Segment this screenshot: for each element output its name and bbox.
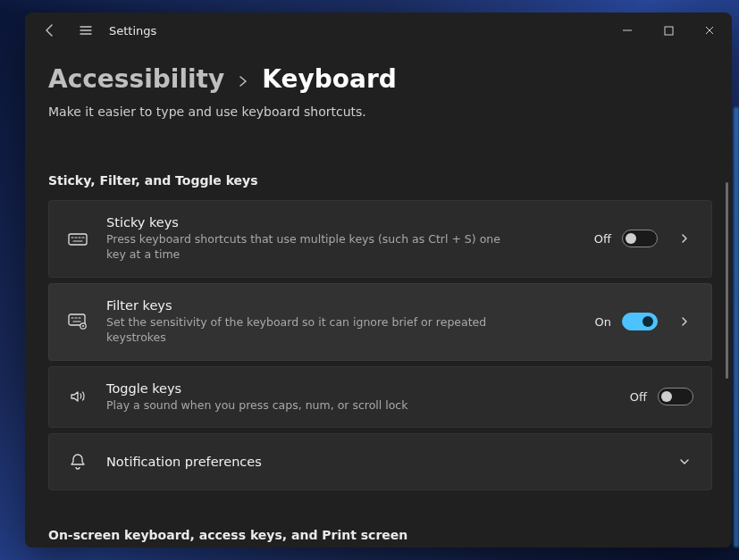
sticky-keys-state: Off [594,232,611,246]
app-title: Settings [109,24,156,38]
bell-icon [67,453,88,471]
filter-keys-desc: Set the sensitivity of the keyboard so i… [106,315,517,346]
window-controls [607,14,730,46]
sticky-keys-desc: Press keyboard shortcuts that use multip… [106,232,517,263]
expand-notif-icon[interactable] [676,456,693,467]
expand-sticky-icon[interactable] [676,233,693,244]
toggle-keys-toggle[interactable] [658,388,693,405]
keyboard-gear-icon [67,313,88,330]
toggle-keys-desc: Play a sound when you press caps, num, o… [106,398,517,414]
chevron-right-icon [237,75,249,88]
maximize-button[interactable] [648,14,689,46]
filter-keys-toggle[interactable] [622,313,658,330]
toggle-keys-title: Toggle keys [106,381,612,396]
sticky-keys-toggle[interactable] [622,230,658,247]
toggle-keys-row[interactable]: Toggle keys Play a sound when you press … [48,366,712,429]
notification-prefs-title: Notification preferences [106,455,658,469]
scrollbar-thumb[interactable] [726,182,728,379]
breadcrumb: Accessibility Keyboard [48,64,709,94]
close-button[interactable] [689,14,730,46]
page-title: Keyboard [262,64,396,94]
expand-filter-icon[interactable] [676,316,693,327]
titlebar: Settings [25,13,732,48]
filter-keys-title: Filter keys [106,298,577,313]
sticky-keys-title: Sticky keys [106,215,576,230]
breadcrumb-parent[interactable]: Accessibility [48,64,224,94]
section-heading-osk: On-screen keyboard, access keys, and Pri… [48,528,712,542]
toggle-keys-state: Off [630,390,647,404]
svg-point-4 [82,325,84,327]
settings-list[interactable]: Sticky, Filter, and Toggle keys Sticky k… [48,166,712,547]
section-heading-keys: Sticky, Filter, and Toggle keys [48,173,712,188]
svg-rect-0 [665,27,673,35]
filter-keys-state: On [595,315,611,329]
content-area: Accessibility Keyboard Make it easier to… [25,48,732,547]
sticky-keys-row[interactable]: Sticky keys Press keyboard shortcuts tha… [48,200,712,278]
sound-icon [67,389,88,405]
svg-rect-1 [69,234,87,245]
minimize-button[interactable] [607,14,648,46]
back-button[interactable] [32,13,68,48]
nav-menu-button[interactable] [68,13,104,48]
notification-prefs-row[interactable]: Notification preferences [48,433,712,490]
filter-keys-row[interactable]: Filter keys Set the sensitivity of the k… [48,283,712,361]
keyboard-icon [67,230,88,247]
settings-window: Settings Accessibility Keyboard Make it … [25,13,732,547]
window-edge-glow [734,107,739,547]
page-subtitle: Make it easier to type and use keyboard … [48,104,709,119]
